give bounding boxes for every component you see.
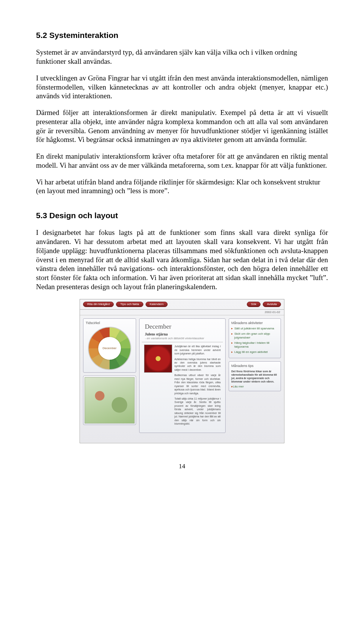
panel-garden-thumb[interactable] — [83, 376, 136, 425]
menu-draw-garden[interactable]: Rita din trädgård — [83, 302, 114, 307]
screenshot-calendar: Rita din trädgård Tips och fakta Kalende… — [80, 299, 284, 443]
article-tagline: - en variationsrik och lättskött vinterk… — [145, 337, 220, 340]
panel-main-article: December Julens stjärna - en variationsr… — [139, 318, 226, 433]
panel-title: Månadens aktiviteter — [231, 321, 278, 325]
activity-link[interactable]: Sätt ut julkärven till sparvarna — [231, 327, 278, 331]
activity-link[interactable]: Sköt om din gran och slipp julgransbarr — [231, 332, 278, 340]
panel-title: Tidscirkel — [86, 321, 133, 325]
garden-image — [85, 377, 135, 423]
heading-system-interaction: 5.2 Systeminteraktion — [36, 30, 328, 40]
paragraph: I utvecklingen av Gröna Fingrar har vi u… — [36, 74, 328, 101]
menu-tips-facts[interactable]: Tips och fakta — [116, 302, 143, 307]
tip-text: Det finns fördrivna lökar som är värmebe… — [231, 370, 278, 383]
date-display: 2002-01-02 — [80, 310, 284, 315]
menu-search[interactable]: Sök — [247, 302, 260, 307]
panel-month-tip: Månadens tips Det finns fördrivna lökar … — [229, 361, 281, 392]
article-para: Totalt säljs cirka 11 miljoner julstjärn… — [174, 397, 221, 426]
paragraph: Vi har arbetat utifrån bland andra följa… — [36, 178, 328, 196]
menubar: Rita din trädgård Tips och fakta Kalende… — [80, 299, 284, 310]
panel-time-circle: Tidscirkel — [83, 318, 136, 373]
activity-link[interactable]: Häng talgbollar i träden till talgoxarna — [231, 341, 278, 349]
page-number: 14 — [36, 462, 328, 470]
month-wheel[interactable] — [88, 327, 131, 370]
menu-calendar[interactable]: Kalendern — [146, 302, 168, 307]
read-more-link[interactable]: Läs mer — [231, 385, 278, 389]
paragraph: Därmed följer att interaktionsformen är … — [36, 108, 328, 144]
paragraph: Systemet är av användarstyrd typ, då anv… — [36, 48, 328, 66]
menu-quit[interactable]: Avsluta — [263, 302, 281, 307]
panel-month-activities: Månadens aktiviteter Sätt ut julkärven t… — [229, 318, 281, 358]
activity-link[interactable]: Lägg till en egen aktivitet — [231, 350, 278, 354]
article-subtitle: Julens stjärna — [145, 332, 220, 337]
paragraph: En direkt manipulativ interaktionsform k… — [36, 152, 328, 170]
heading-design-layout: 5.3 Design och layout — [36, 211, 328, 220]
article-para: Butikernas utbud växer för varje år med … — [174, 373, 221, 395]
article-para: Julstjärnan är ett lika självklart insla… — [174, 345, 221, 355]
paragraph: I designarbetet har fokus lagts på att d… — [36, 228, 328, 291]
article-para: Aztekernas heliga blomma har blivit en a… — [174, 357, 221, 372]
panel-title: Månadens tips — [231, 364, 278, 368]
article-month-title: December — [145, 323, 220, 331]
article-body: Julstjärnan är ett lika självklart insla… — [174, 345, 221, 427]
article-image — [144, 345, 172, 373]
